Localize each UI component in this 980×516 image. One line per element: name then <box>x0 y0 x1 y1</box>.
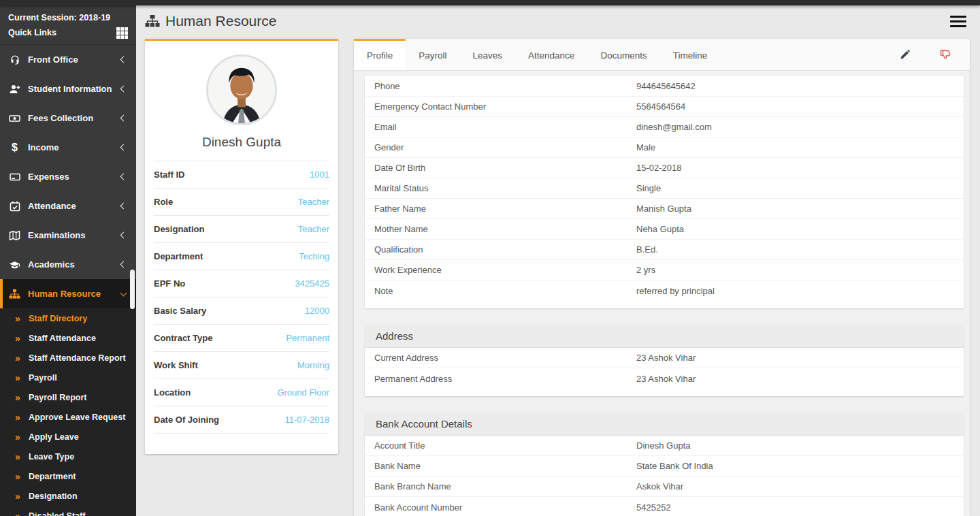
sidebar-item-fees-collection[interactable]: Fees Collection <box>0 103 136 133</box>
main-content: Human Resource Dinesh Gupta Staff ID 100… <box>136 5 980 516</box>
double-chevron-icon: » <box>15 353 29 363</box>
human-resource-submenu: » Staff Directory » Staff Attendance » S… <box>0 308 136 516</box>
tab-profile[interactable]: Profile <box>354 39 406 70</box>
field-value: Manish Gupta <box>636 204 691 214</box>
table-row: Marital Status Single <box>365 178 964 199</box>
tab-timeline[interactable]: Timeline <box>660 39 721 70</box>
submenu-item-label: Designation <box>29 491 78 501</box>
field-label: Mother Name <box>374 224 636 234</box>
sidebar-item-student-information[interactable]: Student Information <box>0 74 136 103</box>
double-chevron-icon: » <box>15 491 29 501</box>
field-label: Note <box>374 286 636 296</box>
staff-summary-card: Dinesh Gupta Staff ID 1001 Role Teacher … <box>145 39 338 454</box>
sitemap-icon <box>145 14 160 28</box>
field-value: 5425252 <box>636 502 671 513</box>
divider <box>154 433 329 434</box>
submenu-item-leave-type[interactable]: » Leave Type <box>0 447 136 466</box>
staff-info-row: Location Ground Floor <box>154 378 329 406</box>
field-label: Emergency Contact Number <box>374 101 636 112</box>
info-label: EPF No <box>154 278 185 289</box>
table-row: Mother Name Neha Gupta <box>365 219 964 240</box>
page-title: Human Resource <box>165 13 276 29</box>
field-value: Neha Gupta <box>636 224 684 234</box>
info-label: Role <box>154 197 173 207</box>
disable-staff-thumbs-down-icon[interactable] <box>940 49 951 60</box>
table-row: Father Name Manish Gupta <box>365 199 964 219</box>
staff-info-row: Contract Type Permanent <box>154 324 329 351</box>
info-label: Contract Type <box>154 333 212 343</box>
sidebar-nav: Front Office Student Information Fees Co… <box>0 45 136 308</box>
sidebar-scrollbar[interactable] <box>130 270 135 309</box>
sidebar-item-front-office[interactable]: Front Office <box>0 45 136 74</box>
sidebar-item-label: Human Resource <box>28 289 121 299</box>
field-label: Phone <box>374 81 636 91</box>
tab-leaves[interactable]: Leaves <box>460 39 516 70</box>
sidebar-item-label: Income <box>28 142 121 152</box>
open-book-icon <box>9 229 20 241</box>
sidebar-item-attendance[interactable]: Attendance <box>0 191 136 221</box>
submenu-item-department[interactable]: » Department <box>0 466 136 486</box>
submenu-item-payroll[interactable]: » Payroll <box>0 368 136 387</box>
sidebar-item-examinations[interactable]: Examinations <box>0 221 136 250</box>
sidebar-item-academics[interactable]: Academics <box>0 250 136 279</box>
tab-payroll[interactable]: Payroll <box>406 39 459 70</box>
graduation-cap-icon <box>9 259 20 270</box>
sidebar-item-income[interactable]: $ Income <box>0 133 136 162</box>
top-bar <box>0 0 980 5</box>
sidebar: Current Session: 2018-19 Quick Links Fro… <box>0 5 136 516</box>
bank-account-section: Bank Account Details Account Title Dines… <box>365 413 964 516</box>
staff-name: Dinesh Gupta <box>145 135 338 150</box>
submenu-item-apply-leave[interactable]: » Apply Leave <box>0 427 136 447</box>
sidebar-item-label: Expenses <box>28 172 121 182</box>
double-chevron-icon: » <box>15 413 29 422</box>
submenu-item-approve-leave-request[interactable]: » Approve Leave Request <box>0 407 136 427</box>
submenu-item-staff-directory[interactable]: » Staff Directory <box>0 308 136 328</box>
table-row: Qualification B.Ed. <box>365 240 964 260</box>
submenu-item-payroll-report[interactable]: » Payroll Report <box>0 387 136 407</box>
submenu-item-disabled-staff[interactable]: » Disabled Staff <box>0 506 136 516</box>
submenu-item-label: Department <box>29 472 76 481</box>
staff-info-row: Role Teacher <box>154 188 329 215</box>
hamburger-menu-icon[interactable] <box>950 16 966 27</box>
session-block: Current Session: 2018-19 Quick Links <box>0 5 136 45</box>
chevron-left-icon <box>120 232 127 239</box>
edit-pencil-icon[interactable] <box>900 50 910 60</box>
info-label: Location <box>154 387 191 398</box>
submenu-item-staff-attendance[interactable]: » Staff Attendance <box>0 328 136 348</box>
double-chevron-icon: » <box>15 452 29 462</box>
info-label: Department <box>154 251 203 261</box>
dollar-icon: $ <box>9 142 20 153</box>
info-label: Basic Salary <box>154 306 206 316</box>
submenu-item-staff-attendance-report[interactable]: » Staff Attendance Report <box>0 348 136 368</box>
field-value: 5564564564 <box>636 101 685 112</box>
sidebar-item-human-resource[interactable]: Human Resource <box>0 279 136 308</box>
field-label: Bank Account Number <box>374 502 636 513</box>
credit-card-icon <box>9 171 20 182</box>
tab-documents[interactable]: Documents <box>587 39 659 70</box>
table-row: Current Address 23 Ashok Vihar <box>365 348 964 368</box>
field-label: Bank Name <box>374 461 636 471</box>
headset-icon <box>9 54 20 65</box>
chevron-left-icon <box>120 174 127 180</box>
page-header: Human Resource <box>145 13 276 29</box>
field-label: Current Address <box>374 353 636 363</box>
field-value: Male <box>636 142 655 152</box>
sidebar-item-expenses[interactable]: Expenses <box>0 162 136 191</box>
table-row: Gender Male <box>365 138 964 158</box>
quick-links-grid-icon[interactable] <box>116 27 128 39</box>
staff-info-row: Designation Teacher <box>154 215 329 242</box>
submenu-item-label: Staff Attendance <box>29 334 96 343</box>
table-row: Email dinesh@gmail.com <box>365 117 964 138</box>
tab-attendance[interactable]: Attendance <box>515 39 587 70</box>
field-label: Permanent Address <box>374 374 636 384</box>
submenu-item-designation[interactable]: » Designation <box>0 486 136 506</box>
double-chevron-icon: » <box>15 373 29 383</box>
address-section: Address Current Address 23 Ashok Vihar P… <box>365 325 964 396</box>
submenu-item-label: Apply Leave <box>29 432 79 442</box>
table-row: Note referred by principal <box>365 280 964 301</box>
profile-tab-content: Phone 944645645642 Emergency Contact Num… <box>354 71 970 516</box>
sidebar-item-label: Examinations <box>28 230 121 240</box>
double-chevron-icon: » <box>15 314 29 323</box>
field-label: Work Experience <box>374 265 636 275</box>
chevron-left-icon <box>120 261 127 268</box>
